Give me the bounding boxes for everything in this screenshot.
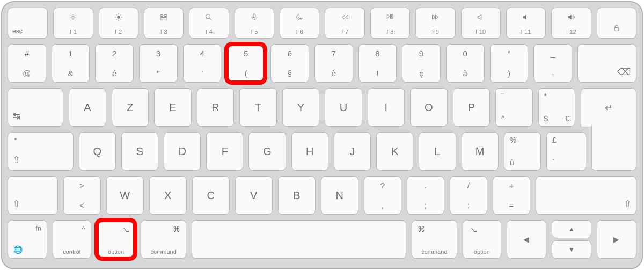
key-7[interactable]: 7è xyxy=(314,44,353,83)
control-icon: ^ xyxy=(82,225,85,233)
key-tab[interactable]: ↹ xyxy=(8,88,63,127)
key-I[interactable]: I xyxy=(368,88,405,127)
key-5[interactable]: 5( xyxy=(226,44,265,83)
key-option-left[interactable]: ⌥ option xyxy=(97,220,135,259)
key-f7[interactable]: F7 xyxy=(325,8,364,39)
key-f9[interactable]: F9 xyxy=(415,8,455,39)
f11-label: F11 xyxy=(521,28,531,35)
key-esc[interactable]: esc xyxy=(8,8,48,39)
globe-icon: 🌐 xyxy=(13,245,23,254)
key-W[interactable]: W xyxy=(106,176,144,215)
f1-label: F1 xyxy=(70,28,77,35)
key-Y[interactable]: Y xyxy=(282,88,319,127)
key-f8[interactable]: F8 xyxy=(370,8,410,39)
key-letter: C xyxy=(207,189,214,202)
key-T[interactable]: T xyxy=(239,88,276,127)
key-degree[interactable]: °) xyxy=(490,44,529,83)
key-enter-lower[interactable] xyxy=(591,127,636,171)
key-grave[interactable]: £` xyxy=(546,132,586,171)
key-plus[interactable]: += xyxy=(493,176,530,215)
key-angle[interactable]: >< xyxy=(63,176,101,215)
key-arrow-up[interactable]: ▲ xyxy=(552,220,591,238)
key-arrow-right[interactable]: ▶ xyxy=(597,220,636,259)
key-E[interactable]: E xyxy=(154,88,191,127)
key-R[interactable]: R xyxy=(197,88,234,127)
key-B[interactable]: B xyxy=(278,176,316,215)
key-f12[interactable]: F12 xyxy=(551,8,591,39)
key-3[interactable]: 3" xyxy=(139,44,178,83)
key-shift-right[interactable]: ⇧ xyxy=(536,176,636,215)
key-enter[interactable]: ↵ xyxy=(581,88,636,127)
key-fn[interactable]: fn 🌐 xyxy=(8,220,47,259)
key-X[interactable]: X xyxy=(149,176,187,215)
key-f10[interactable]: F10 xyxy=(461,8,501,39)
key-D[interactable]: D xyxy=(164,132,201,171)
key-command-right[interactable]: ⌘ command xyxy=(412,220,457,259)
key-f3[interactable]: F3 xyxy=(144,8,184,39)
key-command-left[interactable]: ⌘ command xyxy=(141,220,186,259)
key-touchid[interactable] xyxy=(597,8,636,39)
key-spacebar[interactable] xyxy=(192,220,406,259)
key-V[interactable]: V xyxy=(235,176,273,215)
key-shift-left[interactable]: ⇧ xyxy=(8,176,58,215)
key-dollar[interactable]: *$€ xyxy=(538,88,575,127)
key-letter: D xyxy=(178,145,186,158)
key-caps-lock[interactable]: ⇪ xyxy=(8,132,74,171)
mission-control-icon xyxy=(159,11,168,23)
key-question[interactable]: ?, xyxy=(364,176,401,215)
key-upper: _ xyxy=(534,49,572,58)
key-8[interactable]: 8! xyxy=(358,44,397,83)
key-percent[interactable]: %ù xyxy=(504,132,541,171)
key-backspace[interactable]: ⌫ xyxy=(577,44,636,83)
key-upper: * xyxy=(544,92,547,100)
key-O[interactable]: O xyxy=(410,88,447,127)
key-f1[interactable]: F1 xyxy=(53,8,93,39)
key-C[interactable]: C xyxy=(192,176,230,215)
key-6[interactable]: 6§ xyxy=(270,44,309,83)
key-at[interactable]: #@ xyxy=(8,44,46,83)
key-caret[interactable]: ¨^ xyxy=(495,88,532,127)
key-arrow-left[interactable]: ◀ xyxy=(507,220,546,259)
key-H[interactable]: H xyxy=(291,132,328,171)
key-arrow-down[interactable]: ▼ xyxy=(552,240,591,259)
key-f6[interactable]: F6 xyxy=(280,8,319,39)
option-icon: ⌥ xyxy=(121,225,129,233)
key-control-left[interactable]: ^ control xyxy=(53,220,91,259)
key-f11[interactable]: F11 xyxy=(506,8,546,39)
key-K[interactable]: K xyxy=(376,132,413,171)
f2-label: F2 xyxy=(115,28,122,35)
key-N[interactable]: N xyxy=(321,176,358,215)
key-f5[interactable]: F5 xyxy=(235,8,274,39)
key-L[interactable]: L xyxy=(419,132,456,171)
key-f2[interactable]: F2 xyxy=(99,8,138,39)
key-A[interactable]: A xyxy=(69,88,106,127)
f10-label: F10 xyxy=(475,28,486,35)
key-M[interactable]: M xyxy=(462,132,499,171)
key-J[interactable]: J xyxy=(334,132,371,171)
key-Z[interactable]: Z xyxy=(112,88,149,127)
key-2[interactable]: 2é xyxy=(95,44,134,83)
key-upper: 5 xyxy=(227,49,265,58)
f12-label: F12 xyxy=(566,28,576,35)
key-underscore[interactable]: _- xyxy=(533,44,572,83)
key-Q[interactable]: Q xyxy=(79,132,116,171)
key-letter: G xyxy=(263,145,272,158)
key-f4[interactable]: F4 xyxy=(189,8,229,39)
key-upper: . xyxy=(407,181,444,190)
key-P[interactable]: P xyxy=(453,88,490,127)
key-option-right[interactable]: ⌥ option xyxy=(463,220,501,259)
key-U[interactable]: U xyxy=(325,88,362,127)
key-slash[interactable]: /: xyxy=(450,176,487,215)
key-S[interactable]: S xyxy=(121,132,158,171)
key-0[interactable]: 0à xyxy=(446,44,485,83)
key-1[interactable]: 1& xyxy=(52,44,90,83)
key-9[interactable]: 9ç xyxy=(402,44,441,83)
key-dot[interactable]: .; xyxy=(407,176,444,215)
key-F[interactable]: F xyxy=(206,132,243,171)
f5-label: F5 xyxy=(251,28,258,35)
key-lower: ( xyxy=(227,69,265,78)
key-G[interactable]: G xyxy=(248,132,286,171)
key-4[interactable]: 4' xyxy=(183,44,222,83)
svg-point-5 xyxy=(206,14,210,19)
key-lower: ` xyxy=(552,158,555,167)
